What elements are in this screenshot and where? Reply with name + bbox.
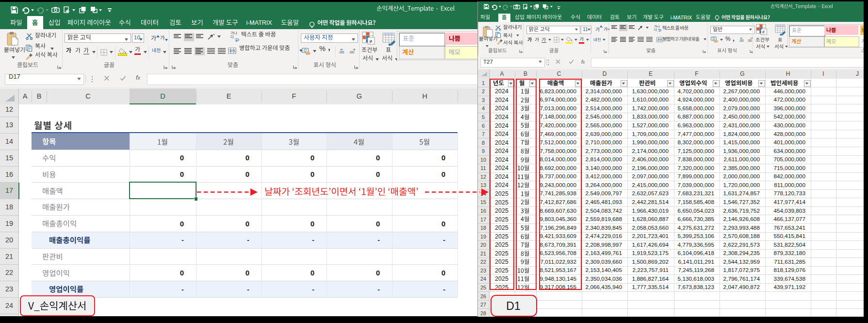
svg-text:.00: .00	[339, 50, 344, 54]
svg-text:.00: .00	[739, 39, 744, 42]
svg-text:.00: .00	[349, 50, 355, 54]
svg-text:≠: ≠	[369, 38, 372, 44]
svg-text:.00: .00	[747, 39, 752, 42]
svg-text:≠: ≠	[762, 29, 765, 34]
